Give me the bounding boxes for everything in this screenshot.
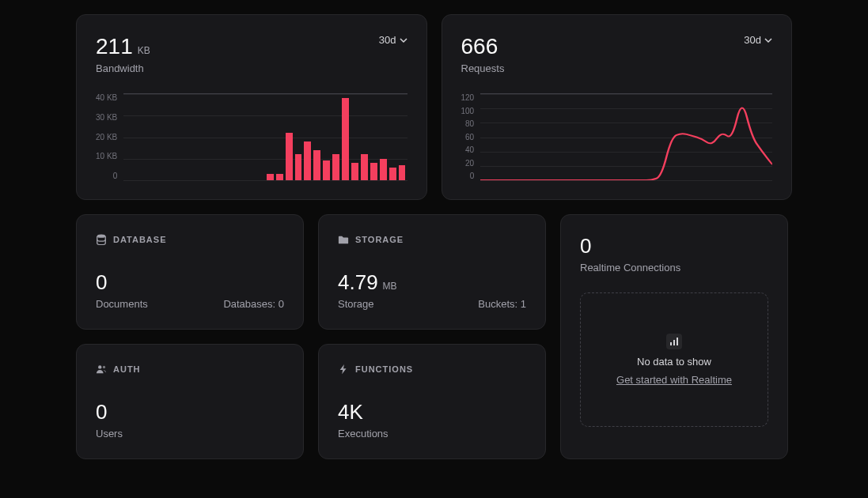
bandwidth-value: 211 KB [96, 34, 150, 59]
database-title: Database [113, 235, 166, 244]
bandwidth-period-selector[interactable]: 30d [379, 34, 407, 46]
svg-point-0 [97, 234, 106, 237]
database-documents-label: Documents [96, 298, 148, 310]
functions-executions-value: 4K [338, 400, 526, 424]
users-icon [96, 364, 107, 375]
requests-card: 666 Requests 30d 120100806040200 [442, 14, 793, 200]
bolt-icon [338, 364, 349, 375]
auth-users-value: 0 [96, 400, 284, 424]
database-documents-value: 0 [96, 270, 148, 295]
database-count: Databases: 0 [223, 298, 284, 310]
chevron-down-icon [764, 36, 772, 44]
svg-point-4 [98, 365, 101, 368]
realtime-empty-state: No data to show Get started with Realtim… [580, 292, 768, 427]
svg-rect-3 [677, 338, 678, 345]
auth-users-label: Users [96, 428, 284, 440]
svg-rect-1 [670, 342, 672, 345]
functions-title: Functions [355, 364, 413, 374]
chevron-down-icon [400, 36, 407, 44]
database-icon [96, 234, 107, 245]
realtime-card: 0 Realtime Connections No data to show G… [560, 214, 788, 459]
empty-title: No data to show [637, 356, 711, 368]
storage-title: Storage [355, 235, 404, 244]
bandwidth-chart: 40 KB30 KB20 KB10 KB0 [96, 93, 407, 180]
requests-value: 666 [461, 34, 505, 59]
realtime-label: Realtime Connections [580, 262, 768, 274]
requests-chart: 120100806040200 [461, 93, 773, 180]
chart-icon [666, 334, 682, 349]
svg-point-5 [103, 366, 105, 368]
database-card[interactable]: Database 0 Documents Databases: 0 [76, 214, 304, 330]
requests-label: Requests [461, 62, 505, 74]
functions-executions-label: Executions [338, 428, 526, 440]
bandwidth-label: Bandwidth [96, 62, 150, 74]
storage-value: 4.79 MB [338, 270, 397, 295]
folder-icon [338, 234, 349, 245]
requests-period-selector[interactable]: 30d [744, 34, 772, 46]
buckets-count: Buckets: 1 [478, 298, 526, 310]
auth-title: Auth [113, 364, 141, 374]
svg-rect-2 [673, 340, 675, 345]
storage-card[interactable]: Storage 4.79 MB Storage Buckets: 1 [318, 214, 546, 330]
get-started-realtime-link[interactable]: Get started with Realtime [616, 374, 732, 386]
functions-card[interactable]: Functions 4K Executions [318, 344, 546, 459]
bandwidth-card: 211 KB Bandwidth 30d 40 KB30 KB20 KB10 K… [76, 14, 427, 200]
storage-label: Storage [338, 298, 397, 310]
auth-card[interactable]: Auth 0 Users [76, 344, 304, 459]
realtime-value: 0 [580, 234, 768, 258]
